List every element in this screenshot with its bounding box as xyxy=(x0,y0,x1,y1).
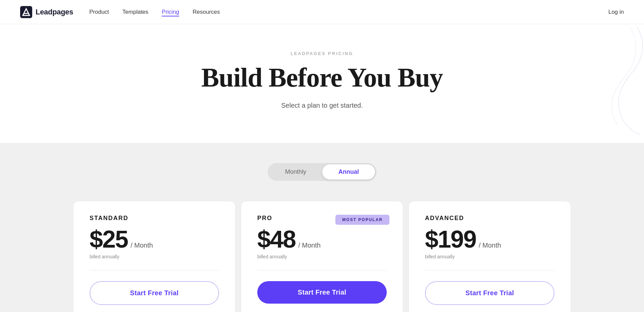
hero-decoration xyxy=(570,24,644,135)
nav-templates[interactable]: Templates xyxy=(122,9,148,15)
hero-subtitle: Select a plan to get started. xyxy=(20,102,624,109)
hero-title: Build Before You Buy xyxy=(20,63,624,92)
advanced-card-header: ADVANCED $199 / Month billed annually xyxy=(425,215,554,259)
advanced-cta-button[interactable]: Start Free Trial xyxy=(425,281,554,305)
standard-cta-button[interactable]: Start Free Trial xyxy=(90,281,219,305)
nav-resources[interactable]: Resources xyxy=(193,9,220,15)
standard-price-row: $25 / Month xyxy=(90,227,219,251)
advanced-price-row: $199 / Month xyxy=(425,227,554,251)
pro-price: $48 xyxy=(257,227,296,251)
advanced-price: $199 xyxy=(425,227,476,251)
pro-period: / Month xyxy=(298,242,321,249)
logo-link[interactable]: Leadpages xyxy=(20,6,73,18)
advanced-billed: billed annually xyxy=(425,254,554,259)
nav-right: Log in xyxy=(608,9,624,15)
hero-section: LEADPAGES PRICING Build Before You Buy S… xyxy=(0,24,644,143)
billing-toggle: Monthly Annual xyxy=(27,163,617,181)
advanced-period: / Month xyxy=(479,242,501,249)
popular-badge: MOST POPULAR xyxy=(335,215,389,225)
monthly-toggle[interactable]: Monthly xyxy=(269,164,322,179)
standard-card-header: STANDARD $25 / Month billed annually xyxy=(90,215,219,259)
standard-plan-name: STANDARD xyxy=(90,215,219,222)
advanced-divider xyxy=(425,270,554,270)
standard-price: $25 xyxy=(90,227,128,251)
hero-eyebrow: LEADPAGES PRICING xyxy=(20,51,624,56)
nav-product[interactable]: Product xyxy=(89,9,109,15)
nav-pricing[interactable]: Pricing xyxy=(162,9,179,16)
standard-plan-card: STANDARD $25 / Month billed annually Sta… xyxy=(73,201,235,312)
pro-billed: billed annually xyxy=(257,254,387,259)
standard-period: / Month xyxy=(130,242,153,249)
pro-plan-card: MOST POPULAR PRO $48 / Month billed annu… xyxy=(241,201,403,312)
annual-toggle[interactable]: Annual xyxy=(322,164,375,179)
pro-divider xyxy=(257,270,387,270)
navbar: Leadpages Product Templates Pricing Reso… xyxy=(0,0,644,24)
pricing-section: Monthly Annual STANDARD $25 / Month bill… xyxy=(0,143,644,312)
pro-price-row: $48 / Month xyxy=(257,227,387,251)
advanced-plan-name: ADVANCED xyxy=(425,215,554,222)
leadpages-logo-icon xyxy=(20,6,32,18)
logo-text: Leadpages xyxy=(36,8,73,16)
standard-divider xyxy=(90,270,219,270)
pricing-cards: STANDARD $25 / Month billed annually Sta… xyxy=(70,201,574,312)
pro-cta-button[interactable]: Start Free Trial xyxy=(257,281,387,304)
toggle-container: Monthly Annual xyxy=(268,163,376,181)
login-button[interactable]: Log in xyxy=(608,9,624,15)
standard-billed: billed annually xyxy=(90,254,219,259)
advanced-plan-card: ADVANCED $199 / Month billed annually St… xyxy=(409,201,571,312)
nav-links: Product Templates Pricing Resources xyxy=(89,9,608,15)
